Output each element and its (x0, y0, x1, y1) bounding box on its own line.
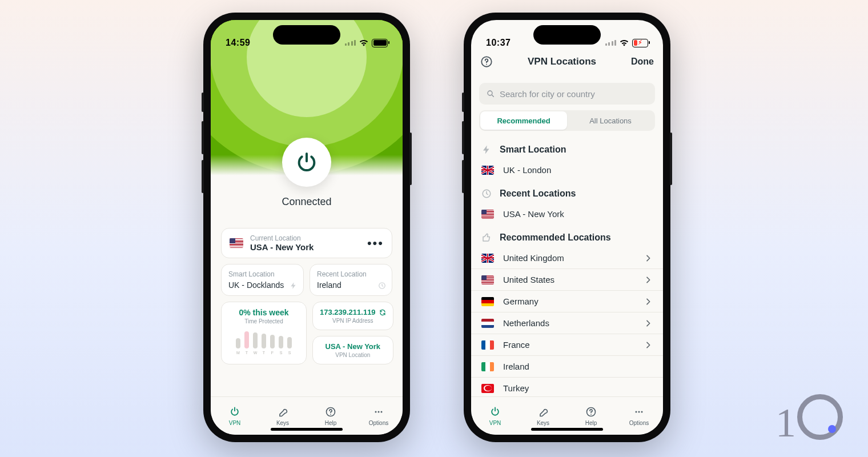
tab-vpn[interactable]: VPN (471, 397, 519, 435)
recommended-row[interactable]: United States (471, 268, 663, 290)
section-recommended: Recommended Locations (471, 225, 663, 247)
search-input[interactable]: Search for city or country (479, 83, 655, 105)
section-recent-label: Recent Locations (500, 189, 576, 199)
recent-location-name: USA - New York (503, 209, 564, 219)
clock-icon (378, 282, 386, 290)
flag-icon (481, 166, 494, 175)
power-button[interactable] (282, 138, 331, 187)
recommended-row[interactable]: United Kingdom (471, 247, 663, 268)
recommended-row[interactable]: Netherlands (471, 312, 663, 334)
chevron-right-icon (644, 254, 653, 263)
tab-options-label: Options (369, 420, 388, 426)
svg-point-10 (638, 411, 640, 412)
country-name: United States (503, 275, 554, 284)
country-name: Turkey (503, 383, 529, 393)
nav-title: VPN Locations (493, 56, 631, 67)
tab-options-label: Options (629, 420, 649, 426)
dynamic-island (273, 25, 340, 45)
chevron-right-icon (644, 275, 653, 284)
tab-options[interactable]: Options (355, 397, 403, 435)
clock-icon (481, 189, 492, 199)
tab-keys-label: Keys (276, 420, 289, 426)
power-icon (489, 406, 501, 418)
tab-vpn-label: VPN (489, 420, 501, 426)
home-indicator (531, 428, 603, 431)
locations-list: Smart Location UK - London Recent Locati… (471, 137, 663, 397)
power-icon (295, 151, 318, 174)
section-smart: Smart Location (471, 137, 663, 159)
day-label: W (253, 351, 258, 355)
tab-vpn-label: VPN (229, 420, 241, 426)
ellipsis-icon (373, 406, 384, 418)
brand-zero (797, 394, 843, 440)
current-location-label: Current Location (250, 234, 314, 242)
smart-location-name: UK - London (503, 165, 551, 175)
segment-all[interactable]: All Locations (567, 111, 654, 130)
svg-point-6 (488, 91, 492, 95)
flag-icon (230, 238, 243, 248)
bar-day (287, 337, 292, 348)
help-icon (325, 406, 336, 418)
bar-day (236, 338, 240, 348)
segment-recommended[interactable]: Recommended (480, 111, 567, 130)
recent-location-value: Ireland (317, 280, 385, 290)
svg-point-4 (381, 411, 383, 412)
vpn-location-card[interactable]: USA - New York VPN Location (312, 336, 393, 364)
recommended-row[interactable]: Germany (471, 290, 663, 312)
recommended-row[interactable]: France (471, 334, 663, 355)
smart-location-row[interactable]: UK - London (471, 159, 663, 181)
recent-location-label: Recent Location (317, 270, 385, 278)
recent-location-row[interactable]: USA - New York (471, 203, 663, 225)
smart-location-label: Smart Location (228, 270, 296, 278)
bar-day (253, 332, 258, 348)
battery-icon (372, 39, 388, 47)
smart-location-card[interactable]: Smart Location UK - Docklands (221, 264, 304, 296)
flag-icon (481, 340, 494, 350)
chevron-right-icon (644, 297, 653, 306)
home-indicator (271, 428, 343, 431)
bolt-icon (290, 282, 298, 290)
section-recent: Recent Locations (471, 181, 663, 203)
day-label: T (262, 351, 266, 355)
current-location-value: USA - New York (250, 242, 314, 252)
vpn-location-value: USA - New York (326, 342, 381, 351)
wifi-icon (620, 39, 629, 46)
vpn-ip-card[interactable]: 173.239.211.119 VPN IP Address (312, 302, 393, 330)
search-placeholder: Search for city or country (500, 89, 595, 99)
flag-icon (481, 362, 494, 371)
tab-vpn[interactable]: VPN (211, 397, 259, 435)
current-location-card[interactable]: Current Location USA - New York ••• (221, 228, 392, 258)
search-icon (486, 89, 495, 98)
time-protected-card[interactable]: 0% this week Time Protected MTWTFSS (221, 302, 307, 364)
svg-point-3 (378, 411, 380, 412)
recommended-row[interactable]: Turkey (471, 377, 663, 397)
done-button[interactable]: Done (631, 57, 654, 67)
bar-day (244, 331, 249, 348)
tab-help-label: Help (585, 420, 597, 426)
flag-icon (481, 275, 494, 284)
bar-day (262, 334, 266, 348)
bar-day (279, 336, 283, 348)
flag-icon (481, 254, 494, 263)
refresh-icon (379, 309, 386, 316)
country-name: France (503, 340, 530, 350)
more-icon[interactable]: ••• (367, 240, 384, 246)
recommended-row[interactable]: Ireland (471, 355, 663, 377)
key-icon (537, 406, 549, 418)
brand-logo: 1 (775, 394, 843, 440)
vpn-ip-value: 173.239.211.119 (320, 308, 376, 316)
vpn-location-label: VPN Location (335, 352, 370, 358)
time-protected-sub: Time Protected (244, 318, 283, 324)
dynamic-island (533, 25, 601, 45)
recent-location-card[interactable]: Recent Location Ireland (310, 264, 392, 296)
tab-keys-label: Keys (537, 420, 549, 426)
day-label: M (236, 351, 240, 355)
tab-options[interactable]: Options (615, 397, 663, 435)
day-label: T (244, 351, 249, 355)
bolt-icon (481, 145, 492, 155)
country-name: United Kingdom (503, 253, 564, 263)
key-icon (277, 406, 288, 418)
country-name: Germany (503, 296, 539, 306)
phone-connected: 14:59 Connected (203, 13, 410, 442)
country-name: Netherlands (503, 318, 549, 328)
